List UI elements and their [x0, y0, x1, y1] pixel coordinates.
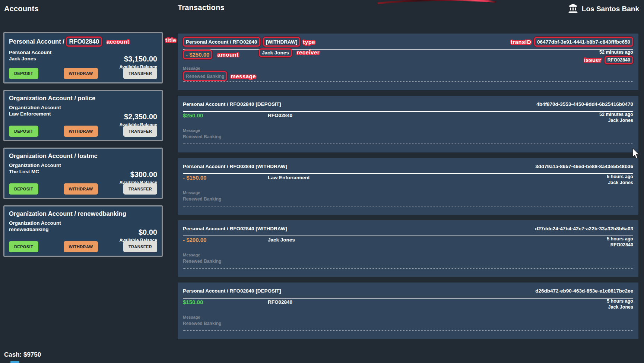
account-id: RFO02840: [69, 38, 99, 45]
withdraw-button[interactable]: WITHDRAW: [64, 183, 98, 195]
annotation-label-receiver: receiver: [297, 49, 320, 56]
transaction-id: 3dd79a1a-8657-46ed-be88-8a43e5b48b36: [535, 164, 633, 169]
transaction-header-right: 4b4f870d-3553-4450-9dd4-6b25416b0470: [536, 101, 633, 107]
transaction-divider: [183, 236, 633, 236]
transaction-header-right: 3dd79a1a-8657-46ed-be88-8a43e5b48b36: [535, 164, 633, 169]
account-title-prefix: Personal Account /: [9, 38, 66, 45]
annotation-box-account: RFO02840: [66, 37, 102, 47]
transaction-meta: 52 minutes ago issuer RFO02840: [584, 49, 633, 64]
transaction-id: 4b4f870d-3553-4450-9dd4-6b25416b0470: [536, 101, 633, 107]
transaction-header-right: d27ddc24-47b4-42e7-a22b-33a32b8b5a03: [535, 226, 633, 231]
mouse-cursor: [632, 148, 640, 159]
withdraw-button[interactable]: WITHDRAW: [64, 241, 98, 252]
account-title-text: Organization Account / renewedbanking: [9, 210, 126, 217]
transfer-button[interactable]: TRANSFER: [123, 183, 157, 195]
transaction-detail-row: $150.00 RFO02840 5 hours ago Jack Jones: [183, 299, 633, 307]
annotation-label-title: title: [165, 37, 176, 43]
deposit-button[interactable]: DEPOSIT: [9, 68, 38, 79]
transaction-meta: 5 hours ago RFO02840: [607, 236, 633, 248]
transaction-header-left: Personal Account / RFO02840 [DEPOSIT]: [183, 288, 281, 294]
account-title: Organization Account / lostmc: [9, 152, 157, 160]
transaction-message-block: Message Renewed Banking: [183, 253, 221, 264]
withdraw-button[interactable]: WITHDRAW: [64, 126, 98, 137]
annotation-box-receiver: Jack Jones: [259, 48, 292, 57]
account-card: Organization Account / police Organizati…: [3, 90, 163, 141]
transaction-title: Personal Account / RFO02840 [WITHDRAW]: [183, 226, 287, 231]
account-balance: $3,150.00: [119, 55, 157, 63]
annotation-label-message: message: [231, 73, 256, 79]
account-buttons: DEPOSIT WITHDRAW TRANSFER: [9, 241, 157, 252]
transaction-amount: - $250.00: [186, 51, 209, 58]
account-balance-block: $3,150.00 Available Balance: [119, 55, 157, 70]
bank-logo: Los Santos Bank: [568, 3, 639, 15]
account-balance-block: $2,350.00 Available Balance: [119, 113, 157, 127]
annotation-box-issuer: RFO02840: [605, 56, 633, 64]
transaction-detail-row: - $250.00 amount Jack Jones receiver 52 …: [183, 50, 633, 58]
transaction-id: 06477dbf-3e91-4441-b8b7-c843fffbc650: [537, 39, 630, 45]
transaction-divider: [183, 111, 633, 112]
message-annotated-line: Renewed Banking message: [183, 71, 256, 81]
transaction-card: Personal Account / RFO02840 [DEPOSIT] d2…: [178, 282, 638, 339]
annotation-label-issuer: issuer: [584, 57, 602, 63]
withdraw-button[interactable]: WITHDRAW: [64, 68, 98, 79]
transaction-divider: [183, 49, 633, 50]
annotation-label-type: type: [303, 39, 315, 45]
account-card: Organization Account / lostmc Organizati…: [3, 148, 163, 199]
blue-sliver-decoration: [10, 361, 19, 363]
message-text: Renewed Banking: [183, 259, 221, 264]
transaction-header-left: Personal Account / RFO02840 [WITHDRAW]: [183, 164, 287, 169]
message-label: Message: [183, 128, 221, 133]
transaction-header: Personal Account / RFO02840 [WITHDRAW] 3…: [183, 162, 633, 170]
transaction-amount-block: $250.00: [183, 112, 203, 119]
deposit-button[interactable]: DEPOSIT: [9, 183, 38, 195]
dotted-separator: [183, 330, 633, 331]
account-card: Personal Account / RFO02840account Perso…: [3, 32, 163, 83]
transaction-receiver: Jack Jones: [268, 237, 295, 243]
deposit-button[interactable]: DEPOSIT: [9, 241, 38, 252]
transaction-title: Personal Account / RFO02840 [DEPOSIT]: [183, 101, 281, 107]
bank-name: Los Santos Bank: [582, 5, 639, 13]
account-balance: $300.00: [119, 170, 157, 179]
cash-total: Cash: $9750: [4, 351, 41, 359]
transfer-button[interactable]: TRANSFER: [123, 126, 157, 137]
accounts-panel: Personal Account / RFO02840account Perso…: [3, 32, 163, 263]
transaction-title: Personal Account / RFO02840: [186, 39, 257, 45]
annotation-box-transid: 06477dbf-3e91-4441-b8b7-c843fffbc650: [534, 37, 633, 47]
transaction-meta: 5 hours ago Jack Jones: [607, 174, 633, 186]
transaction-issuer: RFO02840: [607, 57, 630, 63]
transaction-header: Personal Account / RFO02840 [WITHDRAW] t…: [183, 38, 633, 46]
transaction-type-tag: [WITHDRAW]: [266, 39, 298, 45]
transaction-meta: 52 minutes ago Jack Jones: [599, 111, 633, 123]
account-title-text: Organization Account / lostmc: [9, 152, 98, 159]
annotation-box-message: Renewed Banking: [183, 71, 227, 81]
transaction-amount: - $150.00: [183, 174, 206, 181]
deposit-button[interactable]: DEPOSIT: [9, 126, 38, 137]
transaction-card: title Personal Account / RFO02840 [WITHD…: [178, 34, 638, 90]
transaction-amount-block: - $200.00: [183, 237, 206, 243]
dotted-separator: [183, 81, 633, 82]
transaction-card: Personal Account / RFO02840 [WITHDRAW] d…: [178, 220, 638, 277]
transfer-button[interactable]: TRANSFER: [123, 68, 157, 79]
transfer-button[interactable]: TRANSFER: [123, 241, 157, 252]
message-label: Message: [183, 190, 221, 195]
annotation-box-amount: - $250.00: [183, 50, 212, 59]
transaction-header-right: transID 06477dbf-3e91-4441-b8b7-c843fffb…: [511, 37, 633, 47]
transaction-time: 5 hours ago: [607, 298, 633, 304]
message-text: Renewed Banking: [183, 134, 221, 139]
annotation-label-account: account: [107, 38, 129, 45]
transaction-time: 5 hours ago: [607, 236, 633, 242]
transaction-message-block: Message Renewed Banking message: [183, 66, 256, 81]
transaction-issuer: RFO02840: [607, 242, 633, 248]
annotation-label-transid: transID: [511, 39, 531, 45]
transaction-amount: $250.00: [183, 112, 203, 119]
transaction-divider: [183, 173, 633, 174]
account-type: Organization Account: [9, 162, 157, 168]
transaction-header: Personal Account / RFO02840 [DEPOSIT] d2…: [183, 287, 633, 295]
transaction-header: Personal Account / RFO02840 [WITHDRAW] d…: [183, 224, 633, 233]
transaction-id: d26db472-eb90-463d-853e-e1c8617bc2ee: [535, 288, 633, 294]
account-type: Organization Account: [9, 220, 157, 226]
page-title-accounts: Accounts: [4, 4, 39, 13]
account-buttons: DEPOSIT WITHDRAW TRANSFER: [9, 183, 157, 195]
message-label: Message: [183, 315, 221, 319]
transaction-issuer: Jack Jones: [607, 180, 633, 186]
